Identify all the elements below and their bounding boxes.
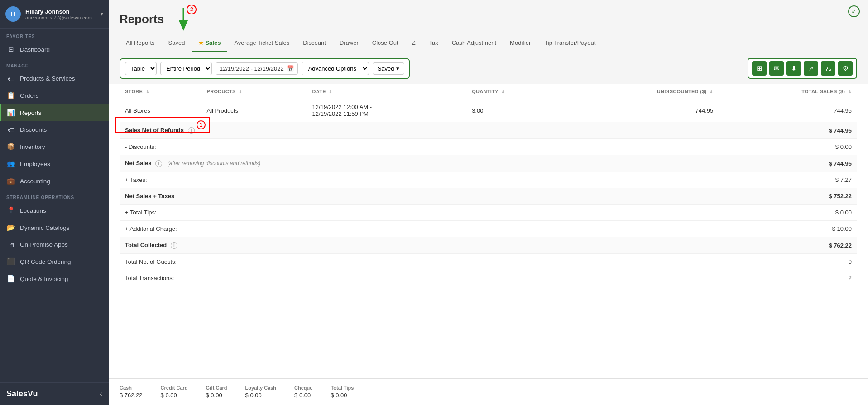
total-guests-row: Total No. of Guests: 0 <box>120 254 857 270</box>
annotation-2: 2 <box>187 5 197 14</box>
loyalty-cash-value: $ 0.00 <box>245 392 276 399</box>
sidebar-item-employees[interactable]: 👥 Employees <box>0 155 109 172</box>
filter-action-button[interactable]: ⊞ <box>752 61 767 76</box>
sidebar-header: H Hillary Johnson aneconomist77@salesvu.… <box>0 0 109 29</box>
info-icon-3[interactable]: i <box>171 242 177 249</box>
user-menu-chevron[interactable]: ▾ <box>101 11 103 17</box>
sidebar-item-label: Locations <box>20 207 46 214</box>
sidebar-item-quote-invoicing[interactable]: 📄 Quote & Invoicing <box>0 270 109 287</box>
tab-modifier[interactable]: Modifier <box>504 35 537 52</box>
sort-icon[interactable]: ⇕ <box>239 90 242 94</box>
sidebar-item-locations[interactable]: 📍 Locations <box>0 202 109 219</box>
view-type-select[interactable]: Table <box>125 62 157 75</box>
accounting-icon: 💼 <box>6 177 15 185</box>
payment-cash: Cash $ 762.22 <box>120 385 143 399</box>
avatar: H <box>5 6 21 22</box>
email-button[interactable]: ✉ <box>769 61 784 76</box>
checkmark-icon[interactable]: ✓ <box>848 5 860 17</box>
taxes-row: + Taxes: $ 7.27 <box>120 172 857 188</box>
manage-label: MANAGE <box>0 58 109 70</box>
inventory-icon: 📦 <box>6 143 15 151</box>
sidebar-item-qr-code-ordering[interactable]: ⬛ QR Code Ordering <box>0 253 109 270</box>
report-table-area: STORE ⇕ PRODUCTS ⇕ DATE ⇕ QUANTITY ⇕ UND… <box>109 84 868 378</box>
info-icon-2[interactable]: i <box>155 160 162 167</box>
table-row: All Stores All Products 12/19/2022 12:00… <box>120 99 857 122</box>
favorites-label: FAVORITES <box>0 29 109 41</box>
sidebar-item-dynamic-catalogs[interactable]: 📂 Dynamic Catalogs <box>0 219 109 236</box>
tab-saved[interactable]: Saved <box>162 35 192 52</box>
dashboard-icon: ⊟ <box>6 45 15 53</box>
saved-label: Saved <box>378 65 394 72</box>
report-table: STORE ⇕ PRODUCTS ⇕ DATE ⇕ QUANTITY ⇕ UND… <box>120 84 857 286</box>
sidebar-item-label: Products & Services <box>20 75 75 82</box>
sort-icon[interactable]: ⇕ <box>329 90 332 94</box>
sidebar-item-dashboard[interactable]: ⊟ Dashboard <box>0 41 109 58</box>
page-header: Reports 2 <box>109 0 868 35</box>
tab-tax[interactable]: Tax <box>423 35 445 52</box>
sidebar-item-discounts[interactable]: 🏷 Discounts <box>0 121 109 138</box>
sidebar-item-label: Dashboard <box>20 46 50 53</box>
main-content: ✓ Reports 2 <box>109 0 868 405</box>
sort-icon[interactable]: ⇕ <box>501 90 505 94</box>
download-button[interactable]: ⬇ <box>786 61 801 76</box>
tab-discount[interactable]: Discount <box>297 35 332 52</box>
sidebar-item-label: Orders <box>20 92 38 99</box>
settings-button[interactable]: ⚙ <box>838 61 853 76</box>
period-select[interactable]: Entire Period <box>160 62 212 75</box>
sidebar-item-label: Dynamic Catalogs <box>20 224 70 231</box>
sidebar-collapse-button[interactable]: ‹ <box>100 389 102 399</box>
download-icon: ⬇ <box>791 64 797 72</box>
tab-z[interactable]: Z <box>406 35 422 52</box>
total-guests-label: Total No. of Guests: <box>120 254 719 270</box>
sidebar-item-accounting[interactable]: 💼 Accounting <box>0 172 109 190</box>
col-store: STORE ⇕ <box>120 84 201 99</box>
cheque-value: $ 0.00 <box>294 392 312 399</box>
print-button[interactable]: 🖨 <box>821 61 835 76</box>
share-button[interactable]: ↗ <box>804 61 818 76</box>
sidebar-item-label: Employees <box>20 161 50 167</box>
tab-drawer[interactable]: Drawer <box>333 35 365 52</box>
advanced-options-select[interactable]: Advanced Options <box>302 62 369 75</box>
sidebar-item-orders[interactable]: 📋 Orders <box>0 87 109 104</box>
sidebar-item-reports[interactable]: 📊 Reports <box>0 104 109 121</box>
sidebar-item-inventory[interactable]: 📦 Inventory <box>0 138 109 155</box>
tab-tip-transfer-payout[interactable]: Tip Transfer/Payout <box>538 35 602 52</box>
sidebar-item-label: Discounts <box>20 126 47 133</box>
cash-label: Cash <box>120 385 143 391</box>
orders-icon: 📋 <box>6 91 15 100</box>
discounts-row: - Discounts: $ 0.00 <box>120 139 857 155</box>
star-icon: ★ <box>198 39 204 46</box>
tab-cash-adjustment[interactable]: Cash Adjustment <box>446 35 503 52</box>
tab-sales[interactable]: ★Sales <box>192 35 227 52</box>
calendar-icon[interactable]: 📅 <box>287 65 294 72</box>
locations-icon: 📍 <box>6 206 15 214</box>
payment-credit-card: Credit Card $ 0.00 <box>161 385 188 399</box>
additional-charge-row: + Additonal Charge: $ 10.00 <box>120 221 857 237</box>
sidebar-item-label: Inventory <box>20 143 45 150</box>
sort-icon[interactable]: ⇕ <box>710 90 713 94</box>
total-collected-row: Total Collected i $ 762.22 <box>120 237 857 254</box>
date-range-picker[interactable]: 12/19/2022 - 12/19/2022 📅 <box>216 62 298 75</box>
sales-net-refunds-row: Sales Net of Refunds i $ 744.95 <box>120 122 857 139</box>
on-premise-icon: 🖥 <box>6 241 15 248</box>
filter-bar: Table Entire Period 12/19/2022 - 12/19/2… <box>109 52 868 84</box>
saved-chevron-icon: ▾ <box>396 65 399 72</box>
sidebar-item-on-premise-apps[interactable]: 🖥 On-Premise Apps <box>0 236 109 253</box>
tab-close-out[interactable]: Close Out <box>366 35 405 52</box>
col-quantity: QUANTITY ⇕ <box>466 84 566 99</box>
print-icon: 🖨 <box>825 65 832 72</box>
saved-dropdown[interactable]: Saved ▾ <box>373 62 404 75</box>
sales-net-refunds-label: Sales Net of Refunds i <box>120 122 719 139</box>
tab-all-reports[interactable]: All Reports <box>120 35 161 52</box>
payment-loyalty-cash: Loyalty Cash $ 0.00 <box>245 385 276 399</box>
col-undiscounted: UNDISCOUNTED ($) ⇕ <box>566 84 719 99</box>
col-total-sales: TOTAL SALES ($) ⇕ <box>719 84 857 99</box>
total-transactions-label: Total Transactions: <box>120 270 719 286</box>
sort-icon[interactable]: ⇕ <box>848 90 852 94</box>
tab-average-ticket-sales[interactable]: Average Ticket Sales <box>228 35 296 52</box>
cell-products: All Products <box>201 99 307 122</box>
sort-icon[interactable]: ⇕ <box>146 90 149 94</box>
sidebar-item-products-services[interactable]: 🏷 Products & Services <box>0 70 109 87</box>
reports-icon: 📊 <box>6 109 15 117</box>
info-icon[interactable]: i <box>188 127 195 134</box>
